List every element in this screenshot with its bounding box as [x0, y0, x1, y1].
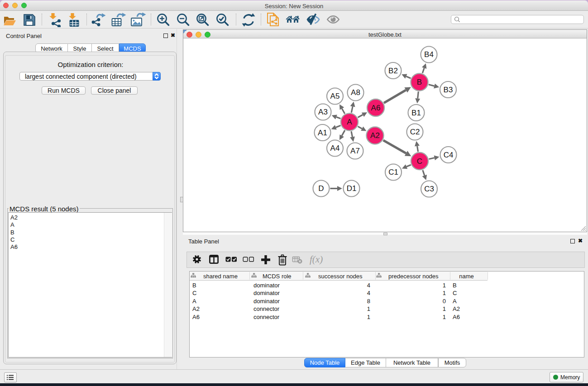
svg-text:C: C	[417, 157, 422, 166]
svg-text:C1: C1	[388, 168, 398, 176]
svg-text:A: A	[347, 118, 352, 126]
svg-text:A1: A1	[318, 129, 327, 137]
svg-text:D1: D1	[347, 184, 357, 193]
svg-text:C2: C2	[410, 128, 420, 136]
svg-text:A5: A5	[330, 92, 340, 100]
svg-text:A3: A3	[318, 108, 328, 116]
svg-text:A8: A8	[351, 88, 360, 97]
svg-text:A2: A2	[370, 131, 380, 140]
svg-text:B2: B2	[388, 67, 398, 75]
svg-text:B4: B4	[424, 50, 434, 59]
svg-text:B1: B1	[411, 109, 421, 117]
svg-text:B: B	[417, 78, 422, 86]
svg-text:B3: B3	[444, 86, 453, 94]
svg-text:D: D	[318, 184, 324, 193]
svg-text:C3: C3	[424, 185, 434, 193]
svg-text:C4: C4	[444, 151, 454, 159]
svg-text:A7: A7	[350, 147, 360, 155]
svg-text:A4: A4	[330, 144, 340, 152]
svg-text:A6: A6	[371, 104, 381, 112]
